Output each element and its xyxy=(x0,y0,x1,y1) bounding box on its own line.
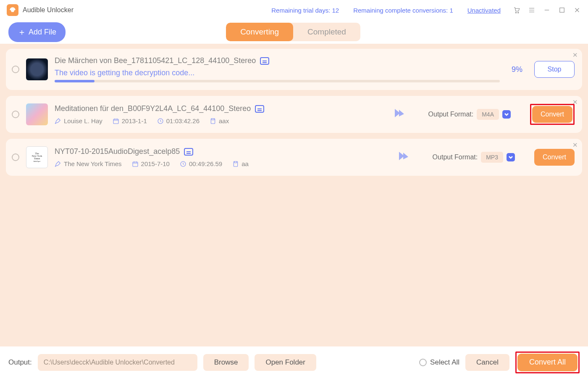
duration-meta: 00:49:26.59 xyxy=(180,160,222,167)
convert-button[interactable]: Convert xyxy=(532,106,572,123)
svg-point-1 xyxy=(518,12,519,13)
pen-icon xyxy=(55,118,61,124)
plus-icon: ＋ xyxy=(18,26,26,38)
subtitle-icon[interactable] xyxy=(260,57,269,65)
item-checkbox[interactable] xyxy=(12,111,19,118)
app-title: Audible Unlocker xyxy=(23,6,74,14)
pen-icon xyxy=(55,161,61,167)
arrow-icon xyxy=(392,109,405,120)
close-icon[interactable] xyxy=(573,6,581,14)
remove-item-icon[interactable]: ✕ xyxy=(572,51,578,59)
menu-icon[interactable] xyxy=(528,6,536,14)
queue-item: ✕ Die Märchen von Bee_1781105421_LC_128_… xyxy=(6,49,582,90)
author-meta: Louise L. Hay xyxy=(55,117,102,124)
unactivated-link[interactable]: Unactivated xyxy=(467,7,501,14)
subtitle-icon[interactable] xyxy=(255,105,264,113)
svg-rect-5 xyxy=(211,119,215,124)
cancel-button[interactable]: Cancel xyxy=(465,354,509,371)
maximize-icon[interactable] xyxy=(558,6,566,14)
output-label: Output: xyxy=(8,358,32,367)
open-folder-button[interactable]: Open Folder xyxy=(255,354,316,371)
arrow-icon xyxy=(396,152,409,163)
add-file-button[interactable]: ＋ Add File xyxy=(8,22,66,42)
toolbar: ＋ Add File Converting Completed xyxy=(0,20,588,44)
tab-converting[interactable]: Converting xyxy=(226,23,293,41)
clock-icon xyxy=(180,161,186,167)
progress-percent: 9% xyxy=(512,65,522,74)
item-checkbox[interactable] xyxy=(12,66,19,73)
calendar-icon xyxy=(113,118,119,124)
output-format-label: Output Format: xyxy=(433,153,478,161)
item-status: The video is getting the decryption code… xyxy=(55,69,500,77)
convert-all-button[interactable]: Convert All xyxy=(517,354,578,371)
format-dropdown[interactable] xyxy=(502,110,511,119)
minimize-icon[interactable] xyxy=(543,6,551,14)
progress-bar xyxy=(55,80,500,82)
add-file-label: Add File xyxy=(29,28,56,37)
calendar-icon xyxy=(132,161,139,167)
item-title: Meditationen für den_B00F9Y2L4A_LC_64_44… xyxy=(55,104,251,113)
highlight-annotation: Convert All xyxy=(515,352,580,373)
output-format-label: Output Format: xyxy=(428,111,474,118)
clock-icon xyxy=(157,118,164,124)
highlight-annotation: Convert xyxy=(530,104,575,125)
filetype-meta: aax xyxy=(210,117,229,124)
item-title: NYT07-10-2015AudioDigest_acelp85 xyxy=(55,147,180,156)
remove-item-icon[interactable]: ✕ xyxy=(572,141,578,149)
subtitle-icon[interactable] xyxy=(184,148,193,156)
stop-button[interactable]: Stop xyxy=(534,61,575,78)
svg-rect-2 xyxy=(560,8,564,13)
title-bar: Audible Unlocker Remaining trial days: 1… xyxy=(0,0,588,20)
date-meta: 2013-1-1 xyxy=(113,117,147,124)
file-icon xyxy=(210,118,216,124)
svg-rect-8 xyxy=(234,161,238,167)
radio-icon xyxy=(419,359,427,366)
item-thumbnail xyxy=(26,103,48,125)
content-area: ✕ Die Märchen von Bee_1781105421_LC_128_… xyxy=(0,44,588,346)
app-logo-icon xyxy=(7,4,18,16)
footer-bar: Output: Browse Open Folder Select All Ca… xyxy=(0,346,588,378)
tab-completed[interactable]: Completed xyxy=(293,23,360,41)
trial-days-label: Remaining trial days: 12 xyxy=(271,7,339,14)
svg-rect-6 xyxy=(133,162,138,167)
author-meta: The New York Times xyxy=(55,160,122,167)
convert-button[interactable]: Convert xyxy=(534,149,575,166)
item-thumbnail: TheNew YorkTimes AudioDigest xyxy=(26,146,48,168)
queue-item: ✕ Meditationen für den_B00F9Y2L4A_LC_64_… xyxy=(6,96,582,133)
queue-item: ✕ TheNew YorkTimes AudioDigest NYT07-10-… xyxy=(6,139,582,176)
item-thumbnail xyxy=(26,58,48,80)
output-format-value: M4A xyxy=(477,109,499,120)
item-title: Die Märchen von Bee_1781105421_LC_128_44… xyxy=(55,56,256,65)
remaining-conversions-label: Remaining complete conversions: 1 xyxy=(353,7,453,14)
svg-rect-3 xyxy=(113,119,118,124)
progress-fill xyxy=(55,80,94,82)
svg-point-0 xyxy=(515,12,516,13)
tab-bar: Converting Completed xyxy=(226,23,360,41)
filetype-meta: aa xyxy=(232,160,249,167)
browse-button[interactable]: Browse xyxy=(203,354,249,371)
file-icon xyxy=(232,161,239,167)
duration-meta: 01:03:42.26 xyxy=(157,117,200,124)
format-dropdown[interactable] xyxy=(507,153,515,161)
remove-item-icon[interactable]: ✕ xyxy=(572,98,578,106)
select-all-checkbox[interactable]: Select All xyxy=(419,358,459,367)
select-all-label: Select All xyxy=(430,358,459,367)
output-format-value: MP3 xyxy=(481,152,503,163)
output-path-input[interactable] xyxy=(38,354,197,371)
date-meta: 2015-7-10 xyxy=(132,160,170,167)
item-checkbox[interactable] xyxy=(12,153,19,161)
cart-icon[interactable] xyxy=(512,6,521,14)
